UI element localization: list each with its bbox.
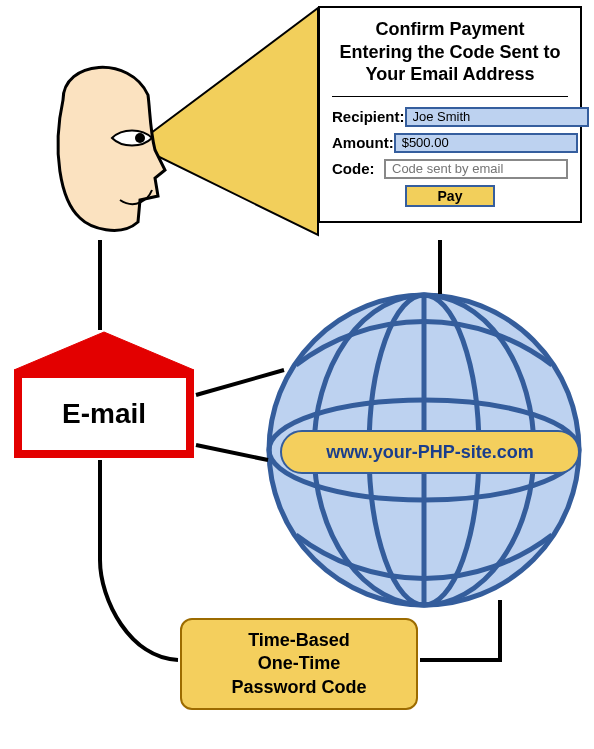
confirm-payment-form: Confirm Payment Entering the Code Sent t…	[318, 6, 582, 223]
envelope-flap-icon	[14, 332, 194, 370]
email-body: E-mail	[14, 370, 194, 458]
amount-row: Amount:	[332, 133, 568, 153]
amount-input[interactable]	[394, 133, 578, 153]
svg-line-8	[196, 445, 268, 460]
recipient-label: Recipient:	[332, 108, 405, 125]
form-separator	[332, 96, 568, 97]
site-url-pill: www.your-PHP-site.com	[280, 430, 580, 474]
recipient-row: Recipient:	[332, 107, 568, 127]
svg-point-0	[135, 133, 145, 143]
form-title-line: Confirm Payment	[375, 19, 524, 39]
totp-line: Password Code	[231, 677, 366, 697]
code-row: Code:	[332, 159, 568, 179]
form-title: Confirm Payment Entering the Code Sent t…	[332, 18, 568, 86]
site-url-text: www.your-PHP-site.com	[326, 442, 533, 463]
svg-line-7	[196, 370, 284, 395]
totp-line: One-Time	[258, 653, 341, 673]
email-envelope: E-mail	[14, 370, 194, 458]
totp-box: Time-Based One-Time Password Code	[180, 618, 418, 710]
pay-button[interactable]: Pay	[405, 185, 495, 207]
head-icon	[58, 67, 165, 230]
code-input[interactable]	[384, 159, 568, 179]
sight-cone-icon	[135, 8, 318, 235]
form-title-line: Your Email Address	[365, 64, 534, 84]
email-label: E-mail	[62, 398, 146, 430]
amount-label: Amount:	[332, 134, 394, 151]
code-label: Code:	[332, 160, 384, 177]
recipient-input[interactable]	[405, 107, 589, 127]
totp-line: Time-Based	[248, 630, 350, 650]
form-title-line: Entering the Code Sent to	[339, 42, 560, 62]
